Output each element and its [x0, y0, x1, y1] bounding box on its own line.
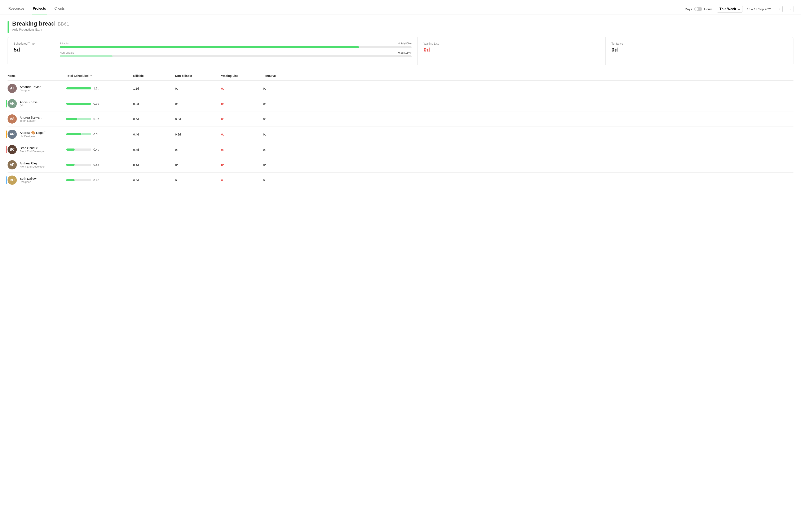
summary-cards: Scheduled Time 5d Billable 4.3d (85%) No… — [7, 37, 794, 65]
nav-right-controls: Days Hours This Week ⌄ 13 – 19 Sep 2021 … — [685, 6, 794, 13]
avatar-wrap: AS — [7, 114, 17, 124]
table-header: Name Total Scheduled ▼ Billable Non-bill… — [7, 71, 794, 81]
top-nav: Resources Projects Clients Days Hours Th… — [0, 0, 801, 15]
person-cell: AR Andrew 🎨 Rogoff UX Designer — [7, 130, 66, 139]
total-scheduled-value: 0.6d — [93, 133, 99, 136]
tab-resources[interactable]: Resources — [7, 4, 25, 15]
waiting-list-value: 0d — [221, 133, 225, 136]
waiting-list-card: Waiting List 0d — [418, 37, 606, 65]
waiting-list-cell: 0d — [221, 133, 263, 136]
tentative-value: 0d — [263, 148, 266, 151]
waiting-list-cell: 0d — [221, 87, 263, 90]
tentative-label: Tentative — [611, 42, 787, 45]
total-scheduled-value: 0.4d — [93, 148, 99, 151]
person-cell: AS Andrea Stewart Team Leader — [7, 114, 66, 124]
table-row[interactable]: AS Andrea Stewart Team Leader 0.9d 0.4d … — [7, 111, 794, 127]
tentative-cell: 0d — [263, 148, 305, 151]
table-row[interactable]: BD Beth Dallow Designer 0.4d 0.4d 0d 0d … — [7, 173, 794, 188]
person-name: Abbie Korbis — [20, 100, 38, 104]
avatar-wrap: AT — [7, 84, 17, 93]
billable-bar-fill — [60, 46, 359, 48]
table-row[interactable]: AR Andrew 🎨 Rogoff UX Designer 0.6d 0.4d… — [7, 127, 794, 142]
col-name-label: Name — [7, 74, 16, 77]
project-accent-bar — [7, 21, 9, 33]
billable-value: 0.4d — [133, 164, 139, 167]
avatar-wrap: BC — [7, 145, 17, 154]
non-billable-cell: 0.5d — [175, 117, 221, 121]
table-row[interactable]: AT Amanda Taylor Designer 1.1d 1.1d 0d 0… — [7, 81, 794, 96]
col-name: Name — [7, 74, 66, 77]
tentative-cell: 0d — [263, 102, 305, 106]
tentative-value: 0d — [263, 179, 266, 182]
person-role: Designer — [20, 89, 41, 92]
waiting-list-cell: 0d — [221, 163, 263, 167]
total-scheduled-value: 0.4d — [93, 178, 99, 182]
tentative-value: 0d — [263, 164, 266, 167]
waiting-list-value: 0d — [221, 164, 225, 167]
project-code: BB61 — [58, 21, 69, 27]
billable-card: Billable 4.3d (85%) Non-billable 0.8d (1… — [54, 37, 418, 65]
prev-week-button[interactable]: ‹ — [776, 6, 783, 12]
tentative-value: 0d — [263, 87, 266, 90]
col-waiting-list: Waiting List — [221, 74, 263, 77]
avatar: AS — [7, 114, 17, 124]
total-scheduled-value: 0.9d — [93, 102, 99, 106]
non-billable-value: 0d — [175, 179, 178, 182]
total-bar-bg — [66, 133, 91, 135]
this-week-button[interactable]: This Week ⌄ — [717, 6, 743, 13]
next-week-button[interactable]: › — [787, 6, 794, 12]
billable-value: 1.1d — [133, 87, 139, 90]
total-scheduled-value: 0.9d — [93, 117, 99, 121]
billable-cell: 1.1d — [133, 87, 175, 90]
toggle-switch[interactable] — [694, 7, 702, 11]
table-body: AT Amanda Taylor Designer 1.1d 1.1d 0d 0… — [7, 81, 794, 188]
person-name: Anthea Riley — [20, 162, 45, 165]
billable-value: 4.3d (85%) — [398, 42, 412, 45]
billable-value: 0.4d — [133, 179, 139, 182]
waiting-list-value: 0d — [423, 46, 599, 53]
billable-cell: 0.4d — [133, 163, 175, 167]
total-scheduled-cell: 0.4d — [66, 178, 133, 182]
waiting-list-value: 0d — [221, 148, 225, 151]
avatar-wrap: AK — [7, 99, 17, 108]
total-bar-bg — [66, 149, 91, 151]
project-header: Breaking bread BB61 Ardy Productions Ext… — [0, 15, 801, 37]
billable-label: Billable — [60, 42, 69, 45]
table-row[interactable]: AR Anthea Riley Front End Developer 0.4d… — [7, 157, 794, 173]
days-label: Days — [685, 7, 692, 11]
non-billable-cell: 0.3d — [175, 133, 221, 136]
non-billable-value: 0d — [175, 102, 178, 106]
person-name: Andrew 🎨 Rogoff — [20, 131, 45, 135]
tentative-cell: 0d — [263, 163, 305, 167]
hours-label: Hours — [704, 7, 712, 11]
project-title-row: Breaking bread BB61 — [12, 20, 69, 27]
non-billable-value: 0.8d (15%) — [398, 51, 412, 54]
person-name: Beth Dallow — [20, 177, 36, 180]
col-total-scheduled[interactable]: Total Scheduled ▼ — [66, 74, 133, 77]
person-name: Andrea Stewart — [20, 116, 41, 119]
tab-clients[interactable]: Clients — [54, 4, 65, 15]
person-cell: AT Amanda Taylor Designer — [7, 84, 66, 93]
table-row[interactable]: AK Abbie Korbis QA 0.9d 0.9d 0d 0d 0d — [7, 96, 794, 111]
person-role: Front End Developer — [20, 165, 45, 168]
billable-value: 0.4d — [133, 148, 139, 151]
scheduled-time-label: Scheduled Time — [14, 42, 48, 45]
total-scheduled-cell: 0.4d — [66, 148, 133, 151]
waiting-list-value: 0d — [221, 117, 225, 121]
tab-projects[interactable]: Projects — [32, 4, 47, 15]
tentative-card: Tentative 0d — [606, 37, 793, 65]
total-bar-bg — [66, 164, 91, 166]
avatar: BC — [7, 145, 17, 154]
col-billable-label: Billable — [133, 74, 144, 77]
avatar-wrap: BD — [7, 175, 17, 185]
non-billable-bar-row: Non-billable 0.8d (15%) — [60, 51, 412, 57]
avatar: AR — [7, 130, 17, 139]
tentative-value: 0d — [263, 117, 266, 121]
table-row[interactable]: BC Brad Christie Front End Developer 0.4… — [7, 142, 794, 157]
person-role: UX Designer — [20, 135, 45, 138]
total-scheduled-cell: 1.1d — [66, 87, 133, 90]
non-billable-cell: 0d — [175, 87, 221, 90]
person-info: Abbie Korbis QA — [20, 100, 38, 107]
billable-bar-row: Billable 4.3d (85%) — [60, 42, 412, 48]
col-tentative: Tentative — [263, 74, 305, 77]
